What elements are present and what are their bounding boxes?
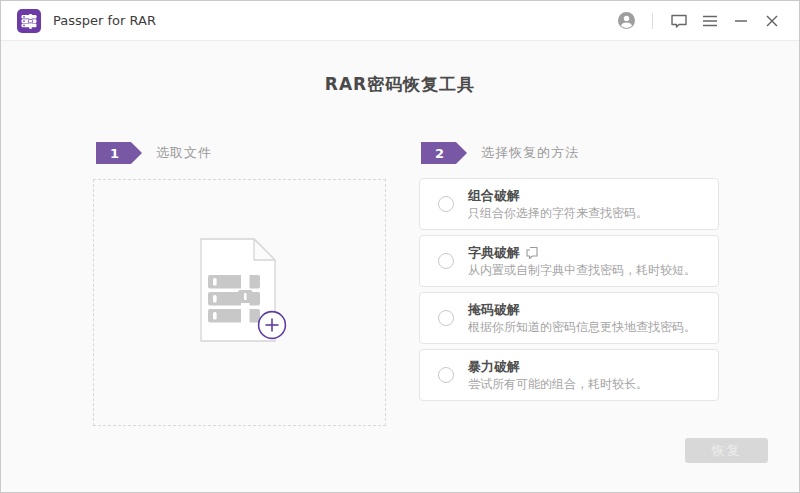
close-icon[interactable] [761,10,783,32]
titlebar: Passper for RAR [1,1,799,41]
method-description: 尝试所有可能的组合，耗时较长。 [468,376,648,393]
account-icon[interactable] [615,10,637,32]
recover-button[interactable]: 恢复 [685,438,768,463]
method-card-mask[interactable]: 掩码破解 根据你所知道的密码信息更快地查找密码。 [419,292,719,344]
minimize-icon[interactable] [730,10,752,32]
app-window: Passper for RAR [0,0,800,493]
app-title: Passper for RAR [53,13,156,28]
step-1-header: 1 选取文件 [96,141,212,165]
file-dropzone[interactable] [93,179,386,426]
method-title: 字典破解 [468,244,520,262]
add-file-button[interactable] [257,310,287,340]
method-description: 只组合你选择的字符来查找密码。 [468,205,648,222]
step-1-badge: 1 [96,142,142,164]
method-description: 根据你所知道的密码信息更快地查找密码。 [468,319,696,336]
method-card-dictionary[interactable]: 字典破解 从内置或自制字典中查找密码，耗时较短。 [419,235,719,287]
import-dictionary-icon[interactable] [526,246,538,259]
step-2-header: 2 选择恢复的方法 [421,141,579,165]
app-logo-icon [17,9,41,33]
feedback-icon[interactable] [668,10,690,32]
step-2-badge: 2 [421,142,467,164]
radio-bruteforce[interactable] [438,367,454,383]
radio-dictionary[interactable] [438,253,454,269]
step-2-label: 选择恢复的方法 [481,144,579,162]
method-card-combination[interactable]: 组合破解 只组合你选择的字符来查找密码。 [419,178,719,230]
radio-mask[interactable] [438,310,454,326]
radio-combination[interactable] [438,196,454,212]
step-1-label: 选取文件 [156,144,212,162]
titlebar-divider [652,13,653,29]
page-title: RAR密码恢复工具 [1,73,799,96]
menu-icon[interactable] [699,10,721,32]
method-title: 组合破解 [468,187,520,205]
method-title: 掩码破解 [468,301,520,319]
method-title: 暴力破解 [468,358,520,376]
method-description: 从内置或自制字典中查找密码，耗时较短。 [468,262,696,279]
method-card-bruteforce[interactable]: 暴力破解 尝试所有可能的组合，耗时较长。 [419,349,719,401]
